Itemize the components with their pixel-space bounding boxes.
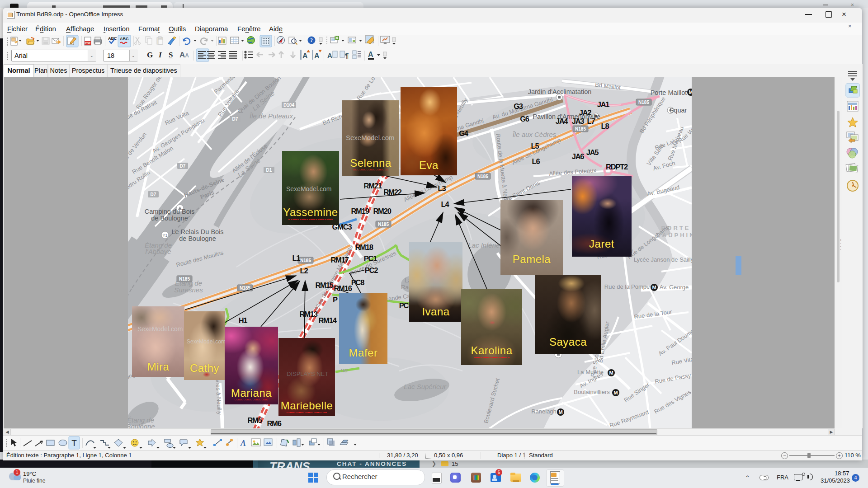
svg-text:L3: L3 xyxy=(438,184,446,192)
svg-text:Île de Puteaux: Île de Puteaux xyxy=(250,112,293,120)
svg-text:N185: N185 xyxy=(300,258,311,263)
svg-text:D1: D1 xyxy=(266,168,272,173)
svg-text:RM17: RM17 xyxy=(330,256,349,264)
svg-text:L2: L2 xyxy=(300,267,308,275)
svg-text:M: M xyxy=(613,390,618,395)
svg-text:Porte Maillot: Porte Maillot xyxy=(651,89,687,96)
svg-text:L4: L4 xyxy=(441,200,450,208)
svg-text:JA1: JA1 xyxy=(597,100,610,108)
svg-text:Camping du Bois: Camping du Bois xyxy=(145,208,194,215)
svg-text:Suresnes: Suresnes xyxy=(174,286,203,294)
svg-text:RDPT2: RDPT2 xyxy=(606,163,628,171)
svg-text:JA4: JA4 xyxy=(556,117,569,125)
svg-text:L8: L8 xyxy=(601,122,609,130)
svg-text:¶: ¶ xyxy=(345,52,349,59)
svg-text:de Boulogne: de Boulogne xyxy=(151,215,188,222)
svg-text:N185: N185 xyxy=(477,174,488,179)
svg-text:RM15: RM15 xyxy=(315,281,333,289)
svg-text:Y1: Y1 xyxy=(162,233,167,238)
svg-text:T: T xyxy=(71,438,77,448)
svg-text:L5: L5 xyxy=(531,142,539,150)
svg-text:Lac Supérieur: Lac Supérieur xyxy=(404,383,446,390)
svg-text:P: P xyxy=(333,296,338,304)
svg-text:D7: D7 xyxy=(151,192,156,197)
svg-text:G3: G3 xyxy=(514,102,523,110)
svg-text:N185: N185 xyxy=(575,127,586,131)
svg-text:H1: H1 xyxy=(239,316,248,324)
svg-text:A: A xyxy=(240,439,246,448)
svg-text:G6: G6 xyxy=(520,115,529,123)
svg-text:L6: L6 xyxy=(532,157,540,165)
svg-text:M: M xyxy=(652,285,656,290)
svg-text:PC2: PC2 xyxy=(365,266,378,274)
svg-text:G4: G4 xyxy=(459,129,469,137)
svg-text:N185: N185 xyxy=(638,100,649,105)
svg-text:RM6: RM6 xyxy=(267,419,281,427)
svg-text:Le Relais Du Bois: Le Relais Du Bois xyxy=(171,228,223,235)
svg-text:D7: D7 xyxy=(180,164,186,169)
svg-text:Boulainvilliers: Boulainvilliers xyxy=(574,389,610,395)
svg-text:A: A xyxy=(314,52,320,60)
svg-text:Ranelagh: Ranelagh xyxy=(531,408,557,415)
svg-text:Squar: Squar xyxy=(670,107,687,114)
svg-text:PC1: PC1 xyxy=(364,254,377,263)
svg-text:A: A xyxy=(368,51,373,58)
svg-text:Jardin d'Acclimatation: Jardin d'Acclimatation xyxy=(528,88,592,95)
svg-text:D7: D7 xyxy=(232,117,238,122)
svg-text:JA2: JA2 xyxy=(579,108,592,117)
svg-text:Boulogne: Boulogne xyxy=(128,422,155,428)
svg-text:M: M xyxy=(689,89,692,95)
svg-text:JA3: JA3 xyxy=(572,117,585,125)
svg-text:l'Abbaye: l'Abbaye xyxy=(145,248,171,255)
svg-text:Rue de la Pompe: Rue de la Pompe xyxy=(604,283,650,290)
svg-text:M: M xyxy=(558,409,562,415)
svg-text:RM5: RM5 xyxy=(247,416,262,424)
svg-text:de Boulogne: de Boulogne xyxy=(179,235,216,242)
svg-text:JA6: JA6 xyxy=(572,152,585,160)
svg-text:RM19: RM19 xyxy=(351,207,369,215)
svg-text:RM14: RM14 xyxy=(318,316,337,324)
svg-text:ne: ne xyxy=(340,366,348,374)
svg-text:L1: L1 xyxy=(292,254,301,262)
svg-text:M: M xyxy=(609,370,613,375)
svg-text:L7: L7 xyxy=(587,117,595,125)
svg-text:Île aux Cèdres: Île aux Cèdres xyxy=(513,131,557,138)
svg-text:A: A xyxy=(302,52,308,60)
svg-text:RM18: RM18 xyxy=(355,243,373,251)
svg-text:Lycée Janson de Sailly: Lycée Janson de Sailly xyxy=(634,256,692,263)
svg-text:JA5: JA5 xyxy=(586,148,599,156)
svg-text:A: A xyxy=(327,52,332,59)
svg-text:RM13: RM13 xyxy=(299,310,317,318)
svg-text:N185: N185 xyxy=(378,222,389,227)
svg-text:RM21: RM21 xyxy=(363,182,382,190)
svg-text:Av. George: Av. George xyxy=(660,284,689,291)
svg-text:D104: D104 xyxy=(283,103,294,108)
svg-text:RM20: RM20 xyxy=(373,207,391,215)
